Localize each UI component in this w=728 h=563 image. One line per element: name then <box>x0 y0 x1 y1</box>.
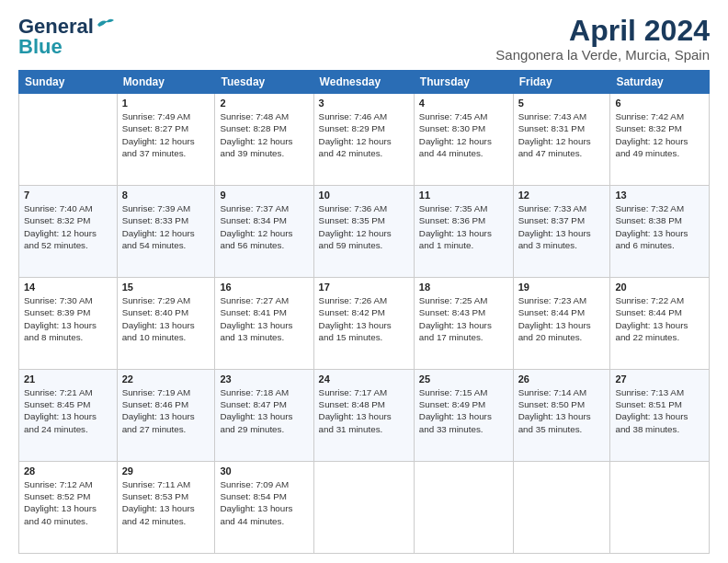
day-number: 9 <box>220 190 308 201</box>
day-info: Sunrise: 7:45 AM Sunset: 8:30 PM Dayligh… <box>419 110 508 159</box>
day-number: 22 <box>122 373 210 385</box>
calendar-day-cell: 3Sunrise: 7:46 AM Sunset: 8:29 PM Daylig… <box>313 94 414 186</box>
calendar-day-cell: 27Sunrise: 7:13 AM Sunset: 8:51 PM Dayli… <box>610 370 710 462</box>
day-number: 5 <box>518 98 606 109</box>
calendar-day-cell: 17Sunrise: 7:26 AM Sunset: 8:42 PM Dayli… <box>313 278 414 370</box>
day-number: 7 <box>24 190 112 201</box>
day-info: Sunrise: 7:11 AM Sunset: 8:53 PM Dayligh… <box>122 478 210 527</box>
day-info: Sunrise: 7:43 AM Sunset: 8:31 PM Dayligh… <box>518 110 606 159</box>
day-number: 18 <box>419 282 508 293</box>
day-number: 28 <box>24 465 112 477</box>
day-info: Sunrise: 7:33 AM Sunset: 8:37 PM Dayligh… <box>518 202 606 251</box>
logo-blue-text: Blue <box>18 35 63 59</box>
day-number: 25 <box>419 373 508 385</box>
calendar-week-row: 21Sunrise: 7:21 AM Sunset: 8:45 PM Dayli… <box>19 370 710 462</box>
day-number: 20 <box>615 282 704 293</box>
calendar-day-cell: 22Sunrise: 7:19 AM Sunset: 8:46 PM Dayli… <box>117 370 215 462</box>
calendar-day-cell: 6Sunrise: 7:42 AM Sunset: 8:32 PM Daylig… <box>610 94 710 186</box>
day-info: Sunrise: 7:25 AM Sunset: 8:43 PM Dayligh… <box>419 294 508 343</box>
day-info: Sunrise: 7:49 AM Sunset: 8:27 PM Dayligh… <box>122 110 210 159</box>
day-info: Sunrise: 7:19 AM Sunset: 8:46 PM Dayligh… <box>122 386 210 435</box>
day-number: 26 <box>518 373 606 385</box>
calendar-table: Sunday Monday Tuesday Wednesday Thursday… <box>18 70 710 554</box>
calendar-week-row: 1Sunrise: 7:49 AM Sunset: 8:27 PM Daylig… <box>19 94 710 186</box>
day-number: 30 <box>220 465 308 477</box>
day-number: 2 <box>220 98 308 109</box>
day-info: Sunrise: 7:27 AM Sunset: 8:41 PM Dayligh… <box>220 294 308 343</box>
day-number: 13 <box>615 190 704 201</box>
calendar-day-cell: 21Sunrise: 7:21 AM Sunset: 8:45 PM Dayli… <box>19 370 118 462</box>
day-number: 17 <box>319 282 409 293</box>
day-info: Sunrise: 7:46 AM Sunset: 8:29 PM Dayligh… <box>319 110 409 159</box>
day-number: 4 <box>419 98 508 109</box>
calendar-day-cell: 13Sunrise: 7:32 AM Sunset: 8:38 PM Dayli… <box>610 186 710 278</box>
day-info: Sunrise: 7:40 AM Sunset: 8:32 PM Dayligh… <box>24 202 112 251</box>
calendar-day-cell: 28Sunrise: 7:12 AM Sunset: 8:52 PM Dayli… <box>19 462 118 554</box>
day-info: Sunrise: 7:14 AM Sunset: 8:50 PM Dayligh… <box>518 386 606 435</box>
day-number: 27 <box>615 373 704 385</box>
title-block: April 2024 Sangonera la Verde, Murcia, S… <box>495 15 710 63</box>
calendar-day-cell: 16Sunrise: 7:27 AM Sunset: 8:41 PM Dayli… <box>215 278 313 370</box>
calendar-day-cell: 29Sunrise: 7:11 AM Sunset: 8:53 PM Dayli… <box>117 462 215 554</box>
day-info: Sunrise: 7:13 AM Sunset: 8:51 PM Dayligh… <box>615 386 704 435</box>
calendar-day-cell <box>19 94 118 186</box>
day-number: 3 <box>319 98 409 109</box>
calendar-day-cell: 2Sunrise: 7:48 AM Sunset: 8:28 PM Daylig… <box>215 94 313 186</box>
calendar-day-cell: 9Sunrise: 7:37 AM Sunset: 8:34 PM Daylig… <box>215 186 313 278</box>
day-number: 19 <box>518 282 606 293</box>
calendar-day-cell: 7Sunrise: 7:40 AM Sunset: 8:32 PM Daylig… <box>19 186 118 278</box>
calendar-day-cell: 8Sunrise: 7:39 AM Sunset: 8:33 PM Daylig… <box>117 186 215 278</box>
calendar-day-cell: 10Sunrise: 7:36 AM Sunset: 8:35 PM Dayli… <box>313 186 414 278</box>
calendar-day-cell: 12Sunrise: 7:33 AM Sunset: 8:37 PM Dayli… <box>513 186 610 278</box>
page: General Blue April 2024 Sangonera la Ver… <box>0 0 728 563</box>
header: General Blue April 2024 Sangonera la Ver… <box>18 15 710 63</box>
day-number: 21 <box>24 373 112 385</box>
day-number: 1 <box>122 98 210 109</box>
day-info: Sunrise: 7:35 AM Sunset: 8:36 PM Dayligh… <box>419 202 508 251</box>
day-info: Sunrise: 7:17 AM Sunset: 8:48 PM Dayligh… <box>319 386 409 435</box>
calendar-day-cell: 11Sunrise: 7:35 AM Sunset: 8:36 PM Dayli… <box>414 186 513 278</box>
day-info: Sunrise: 7:12 AM Sunset: 8:52 PM Dayligh… <box>24 478 112 527</box>
calendar-day-cell: 5Sunrise: 7:43 AM Sunset: 8:31 PM Daylig… <box>513 94 610 186</box>
day-number: 6 <box>615 98 704 109</box>
day-info: Sunrise: 7:48 AM Sunset: 8:28 PM Dayligh… <box>220 110 308 159</box>
calendar-day-cell: 25Sunrise: 7:15 AM Sunset: 8:49 PM Dayli… <box>414 370 513 462</box>
day-info: Sunrise: 7:29 AM Sunset: 8:40 PM Dayligh… <box>122 294 210 343</box>
col-monday: Monday <box>117 71 215 94</box>
calendar-header-row: Sunday Monday Tuesday Wednesday Thursday… <box>19 71 710 94</box>
day-number: 14 <box>24 282 112 293</box>
day-info: Sunrise: 7:15 AM Sunset: 8:49 PM Dayligh… <box>419 386 508 435</box>
col-wednesday: Wednesday <box>313 71 414 94</box>
day-number: 29 <box>122 465 210 477</box>
day-info: Sunrise: 7:26 AM Sunset: 8:42 PM Dayligh… <box>319 294 409 343</box>
calendar-day-cell: 23Sunrise: 7:18 AM Sunset: 8:47 PM Dayli… <box>215 370 313 462</box>
calendar-day-cell: 14Sunrise: 7:30 AM Sunset: 8:39 PM Dayli… <box>19 278 118 370</box>
calendar-day-cell: 24Sunrise: 7:17 AM Sunset: 8:48 PM Dayli… <box>313 370 414 462</box>
calendar-day-cell: 4Sunrise: 7:45 AM Sunset: 8:30 PM Daylig… <box>414 94 513 186</box>
calendar-day-cell: 26Sunrise: 7:14 AM Sunset: 8:50 PM Dayli… <box>513 370 610 462</box>
calendar-day-cell <box>610 462 710 554</box>
day-number: 11 <box>419 190 508 201</box>
subtitle: Sangonera la Verde, Murcia, Spain <box>495 47 710 63</box>
calendar-day-cell: 1Sunrise: 7:49 AM Sunset: 8:27 PM Daylig… <box>117 94 215 186</box>
col-sunday: Sunday <box>19 71 118 94</box>
day-number: 15 <box>122 282 210 293</box>
col-saturday: Saturday <box>610 71 710 94</box>
logo-bird-icon <box>96 17 116 32</box>
day-info: Sunrise: 7:23 AM Sunset: 8:44 PM Dayligh… <box>518 294 606 343</box>
day-info: Sunrise: 7:32 AM Sunset: 8:38 PM Dayligh… <box>615 202 704 251</box>
col-thursday: Thursday <box>414 71 513 94</box>
day-number: 10 <box>319 190 409 201</box>
day-number: 12 <box>518 190 606 201</box>
day-number: 24 <box>319 373 409 385</box>
col-tuesday: Tuesday <box>215 71 313 94</box>
calendar-day-cell: 18Sunrise: 7:25 AM Sunset: 8:43 PM Dayli… <box>414 278 513 370</box>
day-info: Sunrise: 7:30 AM Sunset: 8:39 PM Dayligh… <box>24 294 112 343</box>
day-number: 8 <box>122 190 210 201</box>
day-info: Sunrise: 7:18 AM Sunset: 8:47 PM Dayligh… <box>220 386 308 435</box>
calendar-day-cell: 19Sunrise: 7:23 AM Sunset: 8:44 PM Dayli… <box>513 278 610 370</box>
col-friday: Friday <box>513 71 610 94</box>
day-info: Sunrise: 7:09 AM Sunset: 8:54 PM Dayligh… <box>220 478 308 527</box>
main-title: April 2024 <box>495 15 710 47</box>
calendar-week-row: 28Sunrise: 7:12 AM Sunset: 8:52 PM Dayli… <box>19 462 710 554</box>
